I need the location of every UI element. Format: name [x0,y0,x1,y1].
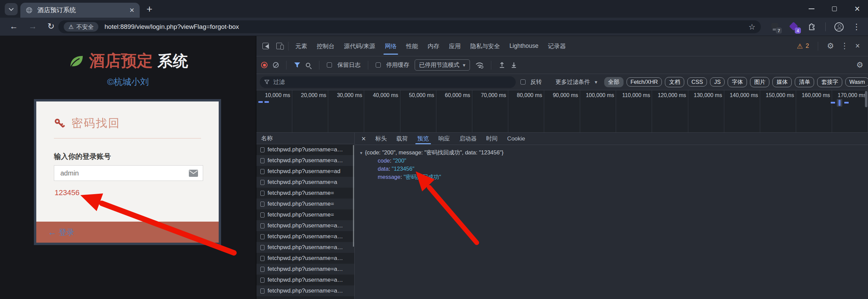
scrollbar-thumb[interactable] [865,91,867,107]
tab-memory[interactable]: 内存 [423,36,444,56]
new-tab-button[interactable]: + [146,4,153,14]
request-row[interactable]: fetchpwd.php?username=a… [256,296,354,299]
tab-search-button[interactable] [5,3,18,15]
bookmark-star-icon[interactable]: ☆ [748,22,755,32]
chip-socket[interactable]: 套接字 [817,77,842,87]
request-name: fetchpwd.php?username= [268,190,334,197]
chip-fetch-xhr[interactable]: Fetch/XHR [627,77,662,87]
request-name: fetchpwd.php?username=a… [268,244,343,251]
clear-icon[interactable] [273,62,279,68]
chip-manifest[interactable]: 清单 [795,77,814,87]
network-conditions-icon[interactable] [475,62,484,69]
extension-1[interactable]: 7 [770,22,780,32]
tab-performance[interactable]: 性能 [401,36,423,56]
filter-input[interactable] [273,78,511,86]
throttling-select[interactable]: 已停用节流模式 ▾ [415,59,470,71]
chip-css[interactable]: CSS [687,77,707,87]
tab-response[interactable]: 响应 [434,133,455,145]
tab-headers[interactable]: 标头 [371,133,392,145]
url-text[interactable]: hotel:8899/view/login.php?viewFlag=forgo… [104,23,748,31]
chip-font[interactable]: 字体 [728,77,747,87]
tab-elements[interactable]: 元素 [291,36,312,56]
network-overview-timeline[interactable]: 10,000 ms 20,000 ms 30,000 ms 40,000 ms … [256,90,868,133]
more-filters-label[interactable]: 更多过滤条件 [555,78,590,86]
extensions-puzzle-icon[interactable] [808,22,816,31]
import-har-icon[interactable] [499,62,505,68]
request-row[interactable]: fetchpwd.php?username= [256,199,354,209]
device-toolbar-icon[interactable] [276,43,282,49]
timeline-tick: 130,000 ms [688,90,724,132]
tab-initiator[interactable]: 启动器 [455,133,481,145]
chip-img[interactable]: 图片 [750,77,769,87]
expand-caret-icon[interactable]: ▾ [360,150,362,155]
browser-menu-icon[interactable]: ⋮ [852,23,861,31]
request-row[interactable]: fetchpwd.php?username=a… [256,242,354,253]
network-settings-gear-icon[interactable]: ⚙ [856,61,863,69]
request-row[interactable]: fetchpwd.php?username=a… [256,231,354,242]
forward-icon[interactable]: → [28,21,37,31]
login-link[interactable]: ← 登录 [48,227,74,238]
request-row[interactable]: fetchpwd.php?username=a [256,177,354,188]
document-icon [260,212,264,218]
json-root-row[interactable]: ▾ {code: "200", message: "密码找回成功", data:… [360,149,868,156]
tab-network[interactable]: 网络 [380,36,401,56]
extension-2[interactable]: 4 [789,22,799,32]
disable-cache-checkbox[interactable] [376,62,381,68]
invert-checkbox[interactable] [520,79,526,85]
json-value: "123456" [392,166,414,172]
json-prop-row[interactable]: code: "200" [378,156,868,165]
request-row[interactable]: fetchpwd.php?username=a… [256,285,354,296]
tab-recorder[interactable]: 记录器 [543,36,571,56]
security-badge[interactable]: ⚠ 不安全 [64,22,98,32]
warning-icon[interactable]: ⚠ [797,42,803,50]
browser-tab[interactable]: 酒店预订系统 × [20,3,140,18]
request-row[interactable]: fetchpwd.php?username=a… [256,253,354,264]
tab-privacy-security[interactable]: 隐私与安全 [466,36,505,56]
chip-doc[interactable]: 文档 [665,77,684,87]
tab-application[interactable]: 应用 [444,36,466,56]
maximize-icon[interactable] [832,6,837,11]
request-row[interactable]: fetchpwd.php?username=a… [256,155,354,166]
window-close-icon[interactable]: × [854,4,860,14]
preserve-log-checkbox[interactable] [327,62,332,68]
request-row[interactable]: fetchpwd.php?username= [256,188,354,199]
tab-lighthouse[interactable]: Lighthouse [505,36,543,56]
chip-wasm[interactable]: Wasm [845,77,868,87]
detail-close-icon[interactable]: × [357,134,371,143]
tab-payload[interactable]: 载荷 [392,133,413,145]
scrollbar-thumb[interactable] [353,145,354,247]
request-row[interactable]: fetchpwd.php?username=a… [256,220,354,231]
request-row[interactable]: fetchpwd.php?username=a… [256,144,354,155]
tab-console[interactable]: 控制台 [312,36,339,56]
tab-sources[interactable]: 源代码/来源 [339,36,380,56]
tab-close-icon[interactable]: × [130,6,134,14]
request-row[interactable]: fetchpwd.php?username= [256,209,354,220]
request-row[interactable]: fetchpwd.php?username=ad [256,166,354,177]
tab-title: 酒店预订系统 [37,6,125,15]
request-row[interactable]: fetchpwd.php?username=a… [256,264,354,275]
tab-cookies[interactable]: Cookie [502,133,530,145]
chip-media[interactable]: 媒体 [772,77,792,87]
profile-avatar[interactable] [834,22,844,32]
inspect-element-icon[interactable] [262,43,269,49]
filter-funnel-icon[interactable] [294,62,300,68]
devtools-menu-icon[interactable]: ⋮ [841,42,849,50]
tab-timing[interactable]: 时间 [481,133,502,145]
reload-icon[interactable]: ↻ [47,21,55,31]
back-icon[interactable]: ← [9,21,18,31]
request-row[interactable]: fetchpwd.php?username=a… [256,275,354,285]
search-icon[interactable] [306,63,310,67]
devtools-close-icon[interactable]: × [855,42,860,50]
record-icon[interactable] [261,62,268,68]
settings-gear-icon[interactable]: ⚙ [827,42,834,50]
chip-all[interactable]: 全部 [604,77,624,87]
tab-preview[interactable]: 预览 [413,133,434,145]
export-har-icon[interactable] [511,62,517,68]
omnibox[interactable]: ⚠ 不安全 hotel:8899/view/login.php?viewFlag… [58,20,761,33]
json-prop-row[interactable]: message: "密码找回成功" [378,173,868,181]
json-prop-row[interactable]: data: "123456" [378,165,868,173]
request-list-header[interactable]: 名称 [256,133,354,144]
chip-js[interactable]: JS [710,77,725,87]
account-input[interactable] [60,169,189,177]
minimize-icon[interactable] [809,8,814,9]
